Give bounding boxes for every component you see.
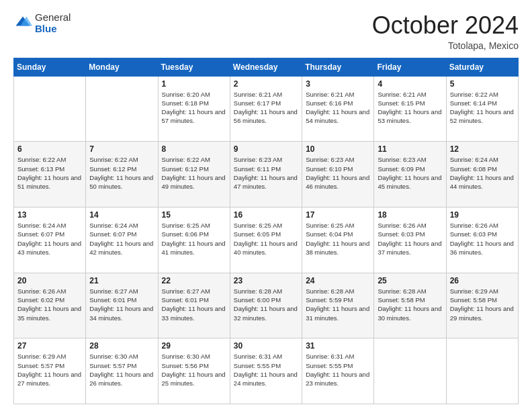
day-number: 8 [162, 144, 226, 154]
day-number: 11 [378, 144, 442, 154]
cell-info: Sunrise: 6:25 AM Sunset: 6:04 PM Dayligh… [306, 221, 370, 257]
table-row: 23 Sunrise: 6:28 AM Sunset: 6:00 PM Dayl… [230, 273, 302, 338]
table-row: 16 Sunrise: 6:25 AM Sunset: 6:05 PM Dayl… [230, 207, 302, 273]
sunset-text: Sunset: 6:03 PM [378, 230, 425, 238]
daylight-text: Daylight: 11 hours and 56 minutes. [234, 108, 298, 124]
page: General Blue October 2024 Totolapa, Mexi… [0, 0, 532, 411]
table-row: 3 Sunrise: 6:21 AM Sunset: 6:16 PM Dayli… [302, 76, 374, 142]
sunset-text: Sunset: 6:10 PM [306, 165, 353, 173]
sunrise-text: Sunrise: 6:26 AM [17, 287, 66, 295]
sunset-text: Sunset: 5:55 PM [234, 362, 281, 369]
sunrise-text: Sunrise: 6:22 AM [450, 91, 498, 98]
sunrise-text: Sunrise: 6:28 AM [378, 287, 426, 295]
logo-blue: Blue [35, 24, 71, 35]
day-number: 1 [162, 79, 226, 89]
sunrise-text: Sunrise: 6:27 AM [89, 287, 138, 295]
daylight-text: Daylight: 11 hours and 43 minutes. [17, 240, 81, 256]
daylight-text: Daylight: 11 hours and 36 minutes. [450, 240, 514, 256]
table-row: 10 Sunrise: 6:23 AM Sunset: 6:10 PM Dayl… [302, 142, 374, 208]
table-row [14, 76, 86, 142]
sunset-text: Sunset: 6:03 PM [450, 230, 497, 238]
day-number: 3 [306, 79, 370, 89]
table-row: 6 Sunrise: 6:22 AM Sunset: 6:13 PM Dayli… [14, 142, 86, 208]
col-tuesday: Tuesday [158, 58, 230, 76]
daylight-text: Daylight: 11 hours and 52 minutes. [450, 108, 514, 124]
col-saturday: Saturday [446, 58, 518, 76]
sunset-text: Sunset: 6:00 PM [234, 296, 281, 304]
day-number: 14 [89, 210, 154, 220]
table-row: 15 Sunrise: 6:25 AM Sunset: 6:06 PM Dayl… [158, 207, 230, 273]
day-number: 26 [450, 276, 515, 285]
sunrise-text: Sunrise: 6:31 AM [234, 353, 282, 360]
day-number: 7 [89, 144, 154, 154]
table-row: 26 Sunrise: 6:29 AM Sunset: 5:58 PM Dayl… [446, 273, 518, 338]
daylight-text: Daylight: 11 hours and 44 minutes. [450, 174, 514, 190]
cell-info: Sunrise: 6:30 AM Sunset: 5:56 PM Dayligh… [162, 352, 226, 387]
sunset-text: Sunset: 5:56 PM [162, 362, 209, 369]
sunset-text: Sunset: 6:13 PM [17, 165, 64, 173]
daylight-text: Daylight: 11 hours and 29 minutes. [450, 305, 514, 321]
sunrise-text: Sunrise: 6:24 AM [17, 222, 66, 229]
cell-info: Sunrise: 6:29 AM Sunset: 5:58 PM Dayligh… [450, 287, 515, 322]
day-number: 16 [234, 210, 298, 220]
day-number: 9 [234, 144, 298, 154]
daylight-text: Daylight: 11 hours and 57 minutes. [162, 108, 226, 124]
daylight-text: Daylight: 11 hours and 46 minutes. [306, 174, 369, 190]
cell-info: Sunrise: 6:20 AM Sunset: 6:18 PM Dayligh… [162, 90, 226, 126]
table-row: 4 Sunrise: 6:21 AM Sunset: 6:15 PM Dayli… [374, 76, 446, 142]
cell-info: Sunrise: 6:27 AM Sunset: 6:01 PM Dayligh… [89, 287, 154, 322]
cell-info: Sunrise: 6:22 AM Sunset: 6:12 PM Dayligh… [162, 155, 226, 191]
cell-info: Sunrise: 6:29 AM Sunset: 5:57 PM Dayligh… [17, 352, 82, 387]
cell-info: Sunrise: 6:22 AM Sunset: 6:12 PM Dayligh… [89, 155, 154, 191]
cell-info: Sunrise: 6:22 AM Sunset: 6:13 PM Dayligh… [17, 155, 82, 191]
calendar-week-row: 20 Sunrise: 6:26 AM Sunset: 6:02 PM Dayl… [14, 273, 519, 338]
table-row: 1 Sunrise: 6:20 AM Sunset: 6:18 PM Dayli… [158, 76, 230, 142]
daylight-text: Daylight: 11 hours and 35 minutes. [17, 305, 81, 321]
col-thursday: Thursday [302, 58, 374, 76]
sunset-text: Sunset: 6:09 PM [378, 165, 425, 173]
cell-info: Sunrise: 6:24 AM Sunset: 6:08 PM Dayligh… [450, 155, 515, 191]
daylight-text: Daylight: 11 hours and 53 minutes. [378, 108, 441, 124]
table-row: 20 Sunrise: 6:26 AM Sunset: 6:02 PM Dayl… [14, 273, 86, 338]
sunset-text: Sunset: 6:04 PM [306, 230, 353, 238]
cell-info: Sunrise: 6:30 AM Sunset: 5:57 PM Dayligh… [89, 352, 154, 387]
sunrise-text: Sunrise: 6:30 AM [89, 353, 138, 360]
table-row: 22 Sunrise: 6:27 AM Sunset: 6:01 PM Dayl… [158, 273, 230, 338]
day-number: 15 [162, 210, 226, 220]
sunset-text: Sunset: 6:17 PM [234, 99, 281, 107]
day-number: 5 [450, 79, 515, 89]
day-number: 10 [306, 144, 370, 154]
cell-info: Sunrise: 6:22 AM Sunset: 6:14 PM Dayligh… [450, 90, 515, 126]
sunset-text: Sunset: 6:15 PM [378, 99, 425, 107]
cell-info: Sunrise: 6:21 AM Sunset: 6:15 PM Dayligh… [378, 90, 442, 126]
cell-info: Sunrise: 6:25 AM Sunset: 6:05 PM Dayligh… [234, 221, 298, 257]
sunset-text: Sunset: 6:08 PM [450, 165, 497, 173]
sunrise-text: Sunrise: 6:21 AM [378, 91, 426, 98]
day-number: 2 [234, 79, 298, 89]
sunrise-text: Sunrise: 6:25 AM [162, 222, 210, 229]
table-row: 13 Sunrise: 6:24 AM Sunset: 6:07 PM Dayl… [14, 207, 86, 273]
table-row: 27 Sunrise: 6:29 AM Sunset: 5:57 PM Dayl… [14, 338, 86, 404]
daylight-text: Daylight: 11 hours and 50 minutes. [89, 174, 153, 190]
table-row [86, 76, 158, 142]
cell-info: Sunrise: 6:23 AM Sunset: 6:09 PM Dayligh… [378, 155, 442, 191]
sunrise-text: Sunrise: 6:28 AM [306, 287, 354, 295]
sunset-text: Sunset: 6:02 PM [17, 296, 64, 304]
sunset-text: Sunset: 6:01 PM [162, 296, 209, 304]
daylight-text: Daylight: 11 hours and 34 minutes. [89, 305, 153, 321]
daylight-text: Daylight: 11 hours and 51 minutes. [17, 174, 81, 190]
logo-icon [13, 14, 32, 33]
daylight-text: Daylight: 11 hours and 45 minutes. [378, 174, 441, 190]
sunrise-text: Sunrise: 6:25 AM [234, 222, 282, 229]
table-row: 25 Sunrise: 6:28 AM Sunset: 5:58 PM Dayl… [374, 273, 446, 338]
day-number: 25 [378, 276, 442, 285]
table-row: 17 Sunrise: 6:25 AM Sunset: 6:04 PM Dayl… [302, 207, 374, 273]
sunrise-text: Sunrise: 6:29 AM [17, 353, 66, 360]
calendar-week-row: 6 Sunrise: 6:22 AM Sunset: 6:13 PM Dayli… [14, 142, 519, 208]
cell-info: Sunrise: 6:23 AM Sunset: 6:10 PM Dayligh… [306, 155, 370, 191]
sunset-text: Sunset: 5:57 PM [17, 362, 64, 369]
cell-info: Sunrise: 6:27 AM Sunset: 6:01 PM Dayligh… [162, 287, 226, 322]
sunrise-text: Sunrise: 6:28 AM [234, 287, 282, 295]
sunset-text: Sunset: 6:07 PM [17, 230, 64, 238]
sunrise-text: Sunrise: 6:25 AM [306, 222, 354, 229]
